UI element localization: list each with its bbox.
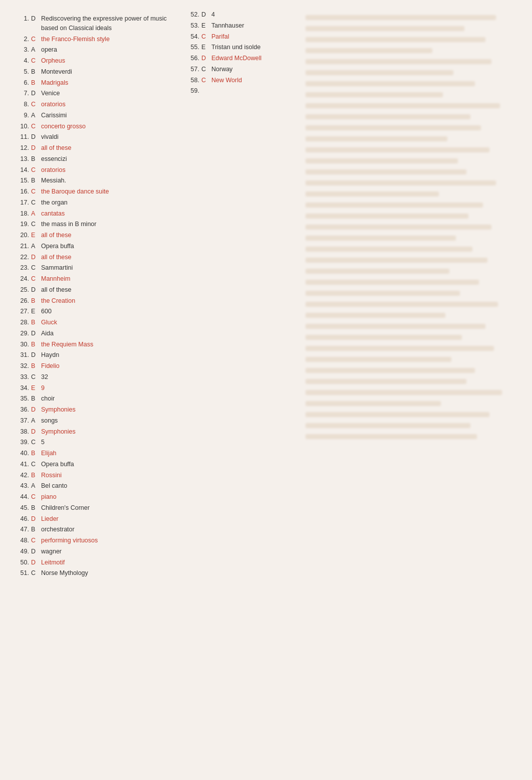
- item-num: 33.: [15, 372, 31, 382]
- item-num: 55.: [185, 43, 201, 52]
- blurred-bar: [306, 214, 468, 219]
- blurred-bar: [306, 346, 494, 351]
- item-text: Sammartini: [41, 263, 73, 273]
- blurred-bar: [306, 158, 458, 163]
- blurred-bar: [306, 114, 470, 119]
- item-letter: C: [31, 100, 39, 109]
- blurred-bar: [306, 191, 439, 197]
- item-num: 29.: [15, 329, 31, 338]
- list-item: 22. D all of these: [15, 253, 175, 262]
- blurred-bar: [306, 390, 502, 395]
- item-letter: C: [201, 32, 209, 42]
- item-letter: C: [31, 165, 39, 175]
- item-text: Messiah.: [41, 176, 66, 185]
- blurred-bar: [306, 92, 443, 97]
- blurred-bar: [306, 247, 472, 252]
- blurred-bar: [306, 258, 487, 263]
- item-num: 48.: [15, 536, 31, 545]
- item-text: 9: [41, 383, 45, 393]
- list-item: 18. A cantatas: [15, 209, 175, 219]
- item-num: 57.: [185, 65, 201, 74]
- item-letter: E: [31, 231, 39, 240]
- item-letter: D: [31, 514, 39, 524]
- item-num: 7.: [15, 89, 31, 98]
- list-item: 29. D Aida: [15, 329, 175, 338]
- list-item: 4. C Orpheus: [15, 56, 175, 66]
- item-text: oratorios: [41, 100, 66, 109]
- item-text: Opera buffa: [41, 460, 74, 469]
- item-letter: D: [201, 10, 209, 20]
- item-text: New World: [211, 76, 242, 85]
- item-num: 24.: [15, 274, 31, 284]
- blurred-bar: [306, 81, 475, 86]
- item-num: 3.: [15, 45, 31, 55]
- item-num: 59.: [185, 86, 201, 96]
- item-text: wagner: [41, 547, 62, 556]
- blurred-bar: [306, 379, 466, 384]
- blurred-content: [306, 15, 517, 439]
- item-text: all of these: [41, 231, 71, 240]
- blurred-bar: [306, 37, 485, 42]
- item-num: 39.: [15, 438, 31, 447]
- item-text: all of these: [41, 143, 71, 153]
- blurred-bar: [306, 302, 498, 307]
- item-text: Carissimi: [41, 111, 67, 120]
- item-letter: C: [31, 372, 39, 382]
- item-text: all of these: [41, 285, 71, 295]
- list-item: 33. C 32: [15, 372, 175, 382]
- item-num: 44.: [15, 492, 31, 502]
- blurred-bar: [306, 324, 485, 329]
- item-letter: A: [31, 242, 39, 251]
- item-num: 13.: [15, 154, 31, 164]
- list-item: 15. B Messiah.: [15, 176, 175, 185]
- item-letter: C: [31, 220, 39, 229]
- item-text: songs: [41, 416, 58, 426]
- blurred-bar: [306, 180, 496, 185]
- item-num: 41.: [15, 460, 31, 469]
- item-text: vivaldi: [41, 132, 59, 142]
- list-item: 54. C Parifal: [185, 32, 296, 42]
- blurred-bar: [306, 269, 449, 274]
- item-num: 38.: [15, 427, 31, 437]
- item-letter: E: [201, 21, 209, 31]
- blurred-bar: [306, 225, 491, 230]
- list-item: 55. E Tristan und isolde: [185, 43, 296, 52]
- item-text: the Requiem Mass: [41, 340, 93, 349]
- item-num: 20.: [15, 231, 31, 240]
- list-item: 6. B Madrigals: [15, 78, 175, 88]
- item-letter: D: [31, 350, 39, 360]
- item-num: 19.: [15, 220, 31, 229]
- item-num: 45.: [15, 503, 31, 513]
- list-item: 49. D wagner: [15, 547, 175, 556]
- answer-list-left: 1. D Rediscovering the expressive power …: [15, 14, 175, 578]
- list-item: 57. C Norway: [185, 65, 296, 74]
- list-item: 38. D Symphonies: [15, 427, 175, 437]
- list-item: 51. C Norse Mythology: [15, 568, 175, 578]
- item-text: piano: [41, 492, 57, 502]
- item-letter: [201, 86, 209, 96]
- list-item: 1. D Rediscovering the expressive power …: [15, 14, 175, 33]
- item-num: 28.: [15, 318, 31, 327]
- item-num: 26.: [15, 296, 31, 306]
- item-text: Symphonies: [41, 427, 76, 437]
- item-letter: C: [31, 492, 39, 502]
- list-item: 43. A Bel canto: [15, 481, 175, 491]
- list-item: 59.: [185, 86, 296, 96]
- item-text: Monteverdi: [41, 67, 72, 77]
- list-item: 26. B the Creation: [15, 296, 175, 306]
- item-num: 23.: [15, 263, 31, 273]
- item-letter: A: [31, 111, 39, 120]
- item-num: 22.: [15, 253, 31, 262]
- blurred-bar: [306, 236, 456, 241]
- list-item: 52. D 4: [185, 10, 296, 20]
- item-text: Rediscovering the expressive power of mu…: [41, 14, 175, 33]
- list-item: 48. C performing virtuosos: [15, 536, 175, 545]
- item-num: 34.: [15, 383, 31, 393]
- item-letter: D: [31, 14, 39, 33]
- list-item: 21. A Opera buffa: [15, 242, 175, 251]
- item-letter: C: [31, 460, 39, 469]
- item-letter: A: [31, 416, 39, 426]
- item-letter: D: [31, 285, 39, 295]
- item-num: 21.: [15, 242, 31, 251]
- item-text: all of these: [41, 253, 71, 262]
